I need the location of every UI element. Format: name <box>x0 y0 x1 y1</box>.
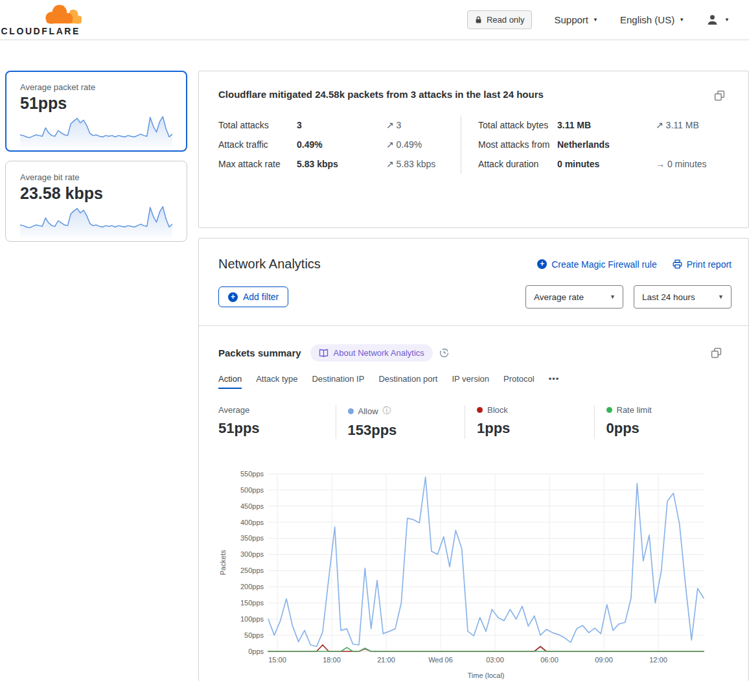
lock-icon <box>475 16 482 24</box>
stat-trend: → 0 minutes <box>656 159 726 169</box>
stat-label: Total attacks <box>218 120 295 130</box>
about-network-analytics-badge[interactable]: About Network Analytics <box>310 344 433 362</box>
tab-attack-type[interactable]: Attack type <box>256 374 297 389</box>
svg-text:450pps: 450pps <box>240 502 264 510</box>
summary-row-max-attack-rate: Max attack rate 5.83 kbps ↗ 5.83 kbps <box>218 154 461 174</box>
plus-circle-icon: + <box>537 259 547 269</box>
svg-text:12:00: 12:00 <box>649 656 667 664</box>
stat-label: Attack duration <box>478 159 556 169</box>
metric-card-bit-rate[interactable]: Average bit rate 23.58 kbps <box>5 161 187 242</box>
stat-trend: ↗ 5.83 kbps <box>386 159 461 169</box>
stat-block: Block 1pps <box>465 405 594 439</box>
language-label: English (US) <box>620 14 674 25</box>
block-dot-icon <box>477 407 483 413</box>
svg-text:550pps: 550pps <box>240 470 264 478</box>
print-report-label: Print report <box>687 259 732 270</box>
tab-protocol[interactable]: Protocol <box>503 374 535 389</box>
about-badge-label: About Network Analytics <box>334 348 424 358</box>
svg-text:Wed 06: Wed 06 <box>428 656 453 664</box>
packet-rate-sparkline <box>20 114 172 148</box>
metric-card-packet-rate[interactable]: Average packet rate 51pps <box>5 71 187 152</box>
stat-value: 5.83 kbps <box>297 159 385 169</box>
copy-packets-button[interactable] <box>709 346 723 360</box>
stat-label: Total attack bytes <box>478 120 556 130</box>
top-bar: CLOUDFLARE Read only Support ▼ English (… <box>0 0 749 40</box>
clock-icon <box>439 348 449 358</box>
print-report-link[interactable]: Print report <box>673 259 732 270</box>
printer-icon <box>673 259 682 269</box>
svg-text:250pps: 250pps <box>240 566 264 574</box>
stat-label: Rate limit <box>617 405 652 415</box>
stat-value: 3 <box>297 120 385 130</box>
copy-summary-button[interactable] <box>713 89 726 102</box>
info-icon[interactable]: ⓘ <box>383 405 391 417</box>
summary-right-column: Total attack bytes 3.11 MB ↗ 3.11 MB Mos… <box>461 115 726 174</box>
copy-icon <box>711 347 722 358</box>
svg-text:Packets: Packets <box>219 550 227 576</box>
svg-text:100pps: 100pps <box>240 615 264 623</box>
chevron-down-icon: ▼ <box>593 18 598 23</box>
rate-limit-dot-icon <box>606 407 612 413</box>
svg-text:Time (local): Time (local) <box>467 671 504 679</box>
stat-value: 51pps <box>218 420 336 437</box>
chevron-down-icon: ▼ <box>610 294 616 300</box>
user-icon <box>706 14 719 26</box>
stat-label: Block <box>487 405 508 415</box>
language-menu[interactable]: English (US) ▼ <box>620 14 684 25</box>
time-range-value: Last 24 hours <box>642 292 695 302</box>
stat-label: Attack traffic <box>218 139 295 150</box>
book-icon <box>319 349 328 358</box>
stat-trend: ↗ 0.49% <box>386 139 461 150</box>
summary-row-most-attacks-from: Most attacks from Netherlands <box>478 135 726 154</box>
cloudflare-cloud-icon <box>42 3 82 27</box>
metric-value: 23.58 kbps <box>20 184 172 203</box>
metric-select[interactable]: Average rate ▼ <box>525 285 623 309</box>
tab-destination-ip[interactable]: Destination IP <box>312 374 364 389</box>
time-range-select[interactable]: Last 24 hours ▼ <box>634 285 732 309</box>
support-menu[interactable]: Support ▼ <box>554 14 597 25</box>
add-filter-button[interactable]: + Add filter <box>218 286 288 307</box>
svg-text:350pps: 350pps <box>240 534 264 542</box>
stat-label: Allow <box>358 406 378 416</box>
create-rule-label: Create Magic Firewall rule <box>551 259 657 270</box>
tab-action[interactable]: Action <box>218 374 242 389</box>
allow-dot-icon <box>348 408 354 414</box>
stat-value: 0.49% <box>297 139 385 150</box>
stat-label: Max attack rate <box>218 159 295 169</box>
tab-destination-port[interactable]: Destination port <box>378 374 437 389</box>
svg-text:09:00: 09:00 <box>595 656 613 664</box>
packets-time-series-chart: 0pps50pps100pps150pps200pps250pps300pps3… <box>218 465 729 681</box>
read-only-label: Read only <box>487 15 525 25</box>
svg-text:21:00: 21:00 <box>377 656 395 664</box>
stat-trend: ↗ 3 <box>386 120 461 130</box>
chevron-down-icon: ▼ <box>679 18 684 23</box>
chevron-down-icon: ▼ <box>724 18 730 23</box>
create-magic-firewall-rule-link[interactable]: + Create Magic Firewall rule <box>537 259 657 270</box>
copy-icon <box>714 90 725 101</box>
cloudflare-wordmark: CLOUDFLARE <box>1 26 80 36</box>
stat-rate-limit: Rate limit 0pps <box>594 405 724 439</box>
bit-rate-sparkline <box>20 204 172 238</box>
svg-text:06:00: 06:00 <box>540 656 559 664</box>
svg-text:500pps: 500pps <box>240 486 264 494</box>
account-menu[interactable]: ▼ <box>706 14 730 26</box>
svg-text:50pps: 50pps <box>244 631 264 639</box>
stat-label: Most attacks from <box>478 139 556 150</box>
stat-average: Average 51pps <box>218 405 336 439</box>
stat-value: 153pps <box>348 422 465 439</box>
tab-ip-version[interactable]: IP version <box>452 374 489 389</box>
read-only-badge: Read only <box>467 10 533 29</box>
cloudflare-logo[interactable]: CLOUDFLARE <box>9 3 80 36</box>
metric-label: Average bit rate <box>20 172 172 182</box>
summary-row-attack-bytes: Total attack bytes 3.11 MB ↗ 3.11 MB <box>478 115 726 135</box>
svg-text:03:00: 03:00 <box>486 656 504 664</box>
svg-text:18:00: 18:00 <box>323 656 341 664</box>
more-tabs-button[interactable]: ••• <box>549 374 560 389</box>
history-button[interactable] <box>439 348 449 358</box>
packets-summary-title: Packets summary <box>218 347 301 358</box>
plus-circle-icon: + <box>228 292 238 302</box>
attack-summary-title: Cloudflare mitigated 24.58k packets from… <box>218 89 544 100</box>
svg-text:15:00: 15:00 <box>268 656 286 664</box>
packets-summary-section: Packets summary About Network Analytics <box>199 326 748 681</box>
summary-row-attack-duration: Attack duration 0 minutes → 0 minutes <box>478 154 726 174</box>
